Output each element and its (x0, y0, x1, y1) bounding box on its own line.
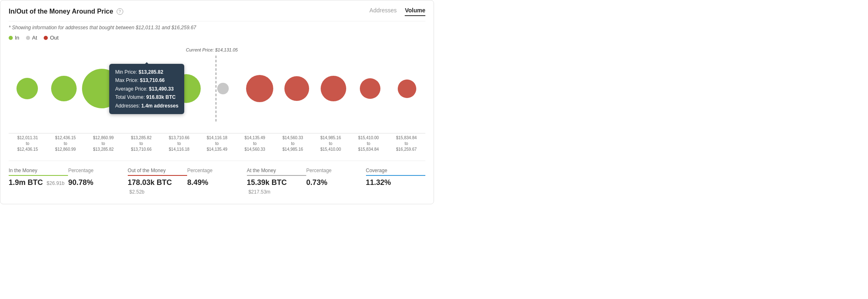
summary-coverage-pct: 11.32% (366, 178, 425, 187)
tooltip-vol: Total Volume: 916.83k BTC (115, 93, 178, 101)
summary-in: In the Money 1.9m BTC $26.91b (9, 168, 68, 196)
chart-title: In/Out of the Money Around Price (9, 8, 113, 15)
tab-volume[interactable]: Volume (405, 7, 425, 16)
tooltip-min: Min Price: $13,285.82 (115, 68, 178, 76)
x-axis: $12,011.31to$12,436.15 $12,436.15to$12,8… (9, 133, 425, 152)
x-label-2: $12,436.15to$12,860.99 (47, 133, 84, 152)
summary-in-value: 1.9m BTC $26.91b (9, 178, 68, 187)
header-left: In/Out of the Money Around Price ? (9, 8, 123, 15)
chart-area: Current Price: $14,131.05 (9, 47, 425, 130)
x-label-7: $14,135.49to$14,560.33 (236, 133, 274, 152)
legend-at: At (26, 35, 37, 41)
bubble-7 (246, 75, 273, 102)
bubble-slot-10 (352, 60, 389, 117)
current-price-label: Current Price: $14,131.05 (186, 47, 238, 52)
summary-at-pct-col: Percentage 0.73% (306, 168, 366, 196)
summary-out-usd: $2.52b (129, 189, 145, 195)
summary-at-label: At the Money (247, 168, 306, 176)
summary-out-pct: 8.49% (187, 178, 246, 187)
legend-label-out: Out (50, 35, 59, 41)
bubble-6 (217, 83, 229, 94)
summary-out-label: Out of the Money (128, 168, 187, 176)
legend-dot-in (9, 36, 13, 40)
summary-coverage: Coverage 11.32% (366, 168, 425, 196)
bubble-slot-1 (9, 60, 45, 117)
bubble-1 (16, 78, 38, 99)
summary-in-usd: $26.91b (47, 180, 64, 186)
x-label-10: $15,410.00to$15,834.84 (350, 133, 387, 152)
legend-dot-at (26, 36, 30, 40)
bubble-slot-11 (389, 60, 425, 117)
bubbles-row: Min Price: $13,285.82 Max Price: $13,710… (9, 60, 425, 117)
summary-out: Out of the Money 178.03k BTC $2.52b (128, 168, 187, 196)
help-icon[interactable]: ? (117, 8, 123, 15)
bubble-slot-6 (205, 60, 242, 117)
summary-row: In the Money 1.9m BTC $26.91b Percentage… (9, 161, 425, 196)
tab-addresses[interactable]: Addresses (369, 7, 396, 16)
summary-at: At the Money 15.39k BTC $217.53m (247, 168, 306, 196)
summary-out-pct-col: Percentage 8.49% (187, 168, 246, 196)
bubble-8 (284, 76, 309, 101)
summary-in-btc: 1.9m BTC (9, 178, 43, 187)
bubble-tooltip: Min Price: $13,285.82 Max Price: $13,710… (109, 64, 184, 114)
summary-coverage-label: Coverage (366, 168, 425, 176)
summary-in-label: In the Money (9, 168, 68, 176)
bubble-10 (360, 78, 380, 99)
x-label-6: $14,116.18to$14,135.49 (198, 133, 236, 152)
tab-group: Addresses Volume (369, 7, 425, 16)
x-label-3: $12,860.99to$13,285.82 (84, 133, 122, 152)
summary-in-pct-label: Percentage (68, 168, 127, 176)
bubble-2 (51, 76, 77, 101)
x-label-5: $13,710.66to$14,116.18 (160, 133, 198, 152)
bubble-slot-7 (242, 60, 278, 117)
legend-label-at: At (32, 35, 37, 41)
x-label-11: $15,834.84to$16,259.67 (387, 133, 425, 152)
x-label-8: $14,560.33to$14,985.16 (274, 133, 312, 152)
summary-out-btc: 178.03k BTC (128, 178, 172, 187)
bubble-9 (321, 76, 346, 101)
legend-in: In (9, 35, 19, 41)
bubble-11 (398, 79, 416, 98)
legend-label-in: In (15, 35, 19, 41)
tooltip-addr: Addresses: 1.4m addresses (115, 102, 178, 110)
bubble-slot-2 (45, 60, 82, 117)
summary-at-usd: $217.53m (249, 189, 270, 195)
legend-dot-out (44, 36, 48, 40)
chart-header: In/Out of the Money Around Price ? Addre… (9, 7, 425, 21)
bubble-slot-4[interactable]: Min Price: $13,285.82 Max Price: $13,710… (122, 60, 168, 117)
summary-at-value: 15.39k BTC $217.53m (247, 178, 306, 196)
legend: In At Out (9, 35, 425, 41)
bubble-slot-8 (278, 60, 315, 117)
x-label-1: $12,011.31to$12,436.15 (9, 133, 47, 152)
bubble-slot-9 (315, 60, 352, 117)
summary-in-pct: 90.78% (68, 178, 127, 187)
legend-out: Out (44, 35, 59, 41)
summary-at-pct-label: Percentage (306, 168, 366, 176)
summary-at-pct: 0.73% (306, 178, 366, 187)
subtitle-text: * Showing information for addresses that… (9, 25, 425, 30)
x-label-4: $13,285.82to$13,710.66 (122, 133, 160, 152)
tooltip-max: Max Price: $13,710.66 (115, 76, 178, 84)
summary-at-btc: 15.39k BTC (247, 178, 287, 187)
tooltip-avg: Average Price: $13,490.33 (115, 85, 178, 93)
summary-in-pct-col: Percentage 90.78% (68, 168, 127, 196)
summary-out-value: 178.03k BTC $2.52b (128, 178, 187, 196)
summary-out-pct-label: Percentage (187, 168, 246, 176)
x-label-9: $14,985.16to$15,410.00 (312, 133, 350, 152)
